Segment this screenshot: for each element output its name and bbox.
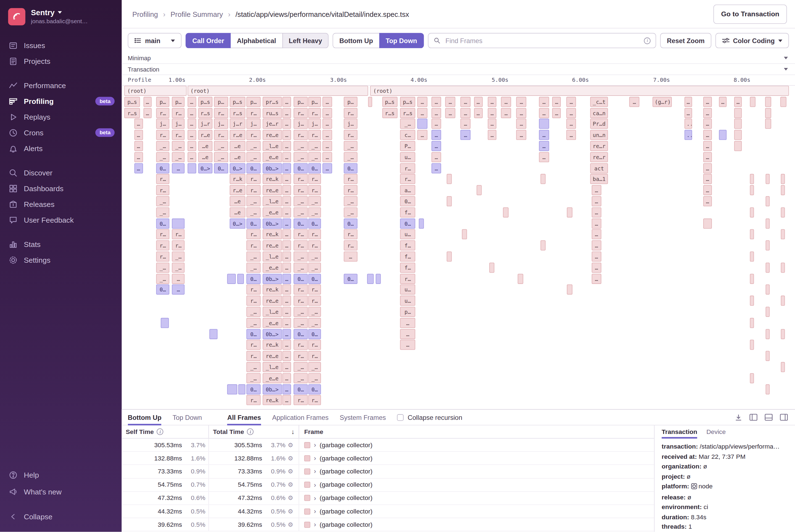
flame-cell[interactable]: … bbox=[282, 174, 291, 184]
flame-cell[interactable]: _… bbox=[308, 152, 321, 162]
flame-cell[interactable] bbox=[750, 97, 756, 107]
flame-cell[interactable]: r… bbox=[294, 395, 308, 405]
flame-cell[interactable]: … bbox=[703, 174, 712, 184]
flame-cell[interactable] bbox=[209, 329, 217, 339]
flame-cell[interactable]: r… bbox=[156, 174, 169, 184]
flame-cell[interactable]: _… bbox=[294, 373, 308, 383]
sidebar-item-alerts[interactable]: Alerts bbox=[0, 140, 122, 156]
flame-cell[interactable]: … bbox=[187, 108, 196, 118]
flame-cell[interactable]: r… bbox=[308, 229, 321, 240]
flame-cell[interactable] bbox=[368, 97, 372, 107]
flame-cell[interactable]: (root) bbox=[187, 86, 368, 96]
flame-cell[interactable] bbox=[750, 340, 754, 350]
flame-cell[interactable]: 0… bbox=[344, 218, 358, 228]
flame-cell[interactable] bbox=[489, 262, 494, 273]
flame-cell[interactable]: … bbox=[134, 163, 143, 173]
flame-cell[interactable]: _… bbox=[344, 196, 358, 206]
flame-cell[interactable] bbox=[462, 229, 467, 240]
flame-cell[interactable]: _… bbox=[294, 251, 308, 262]
flame-cell[interactable] bbox=[237, 273, 244, 284]
flame-cell[interactable]: … bbox=[187, 130, 196, 140]
flame-cell[interactable]: 0… bbox=[246, 218, 261, 228]
flame-cell[interactable]: … bbox=[282, 307, 291, 317]
flame-cell[interactable]: r… bbox=[172, 108, 185, 118]
flame-cell[interactable]: … bbox=[282, 318, 291, 328]
flame-cell[interactable] bbox=[766, 262, 770, 273]
flame-cell[interactable]: r… bbox=[246, 185, 261, 195]
flame-cell[interactable]: f… bbox=[400, 262, 415, 273]
flame-cell[interactable]: 0… bbox=[246, 163, 261, 173]
flame-cell[interactable]: _… bbox=[294, 362, 308, 372]
flame-cell[interactable]: (root) bbox=[124, 86, 187, 96]
flame-cell[interactable]: … bbox=[282, 207, 291, 217]
flame-cell[interactable] bbox=[417, 119, 427, 129]
flame-cell[interactable]: Pr…d bbox=[590, 119, 608, 129]
expand-chevron-icon[interactable]: › bbox=[314, 441, 316, 449]
flame-cell[interactable]: 0… bbox=[308, 218, 321, 228]
flame-cell[interactable]: … bbox=[591, 218, 601, 228]
flame-cell[interactable]: 0… bbox=[308, 273, 321, 284]
flame-cell[interactable]: … bbox=[417, 130, 427, 140]
flame-cell[interactable]: _… bbox=[308, 251, 321, 262]
flame-cell[interactable] bbox=[750, 251, 754, 262]
download-icon[interactable] bbox=[735, 414, 742, 421]
flame-cell[interactable] bbox=[766, 196, 770, 206]
flame-cell[interactable]: r… bbox=[156, 108, 169, 118]
flame-cell[interactable]: …e bbox=[230, 196, 245, 206]
flame-cell[interactable]: r… bbox=[246, 296, 261, 306]
flame-cell[interactable]: … bbox=[172, 163, 185, 173]
search-input[interactable] bbox=[444, 36, 640, 45]
flame-cell[interactable]: _… bbox=[246, 141, 261, 151]
sidebar-item-discover[interactable]: Discover bbox=[0, 165, 122, 180]
flame-cell[interactable]: r… bbox=[308, 285, 321, 295]
flame-cell[interactable]: r… bbox=[246, 130, 261, 140]
flame-cell[interactable]: … bbox=[566, 130, 576, 140]
flame-cell[interactable]: … bbox=[322, 108, 332, 118]
flame-cell[interactable]: _… bbox=[308, 307, 321, 317]
table-row[interactable]: 132.88ms1.6%132.88ms1.6%⚙›(garbage colle… bbox=[122, 452, 654, 465]
flame-cell[interactable]: … bbox=[282, 351, 291, 361]
view-top-down-button[interactable]: Top Down bbox=[379, 33, 423, 48]
flame-cell[interactable] bbox=[735, 141, 742, 151]
flame-cell[interactable]: re…k bbox=[262, 174, 282, 184]
flame-cell[interactable]: _… bbox=[400, 119, 415, 129]
flame-cell[interactable]: 0…> bbox=[198, 163, 213, 173]
flame-cell[interactable] bbox=[227, 273, 236, 284]
flame-cell[interactable]: r… bbox=[344, 108, 358, 118]
flame-cell[interactable] bbox=[375, 273, 381, 284]
flame-cell[interactable]: … bbox=[282, 218, 291, 228]
flame-cell[interactable]: re…k bbox=[262, 285, 282, 295]
flame-cell[interactable]: p…s bbox=[230, 97, 245, 107]
flame-cell[interactable]: 0… bbox=[344, 273, 358, 284]
flame-cell[interactable]: … bbox=[144, 108, 151, 118]
flame-cell[interactable]: _… bbox=[246, 152, 261, 162]
flame-cell[interactable]: _… bbox=[246, 196, 261, 206]
flame-cell[interactable]: … bbox=[172, 273, 185, 284]
flame-cell[interactable]: … bbox=[591, 273, 601, 284]
tab-all-frames[interactable]: All Frames bbox=[227, 410, 261, 425]
flame-cell[interactable]: c… bbox=[400, 130, 415, 140]
details-tab-transaction[interactable]: Transaction bbox=[662, 425, 697, 439]
flame-cell[interactable]: _… bbox=[156, 152, 169, 162]
tab-top-down[interactable]: Top Down bbox=[173, 410, 202, 425]
flame-cell[interactable]: … bbox=[460, 97, 470, 107]
flame-cell[interactable]: 0… bbox=[400, 218, 415, 228]
flame-cell[interactable]: … bbox=[282, 240, 291, 250]
flame-cell[interactable]: … bbox=[282, 152, 291, 162]
sort-left-heavy-button[interactable]: Left Heavy bbox=[282, 33, 328, 48]
flame-cell[interactable]: r… bbox=[214, 130, 228, 140]
flame-cell[interactable]: j… bbox=[246, 119, 261, 129]
flame-cell[interactable]: _… bbox=[308, 318, 321, 328]
flame-cell[interactable]: re…k bbox=[262, 395, 282, 405]
flame-cell[interactable]: j… bbox=[294, 119, 308, 129]
flame-cell[interactable]: _e…e bbox=[262, 207, 282, 217]
flame-cell[interactable]: _… bbox=[246, 362, 261, 372]
flame-cell[interactable] bbox=[766, 218, 770, 228]
flame-cell[interactable]: _… bbox=[246, 318, 261, 328]
flame-cell[interactable]: _… bbox=[344, 207, 358, 217]
flame-cell[interactable]: r…e bbox=[230, 185, 245, 195]
flame-cell[interactable]: 0… bbox=[156, 163, 169, 173]
transaction-section-header[interactable]: Transaction bbox=[122, 64, 795, 75]
flame-cell[interactable]: … bbox=[322, 141, 332, 151]
flame-cell[interactable]: r… bbox=[246, 351, 261, 361]
